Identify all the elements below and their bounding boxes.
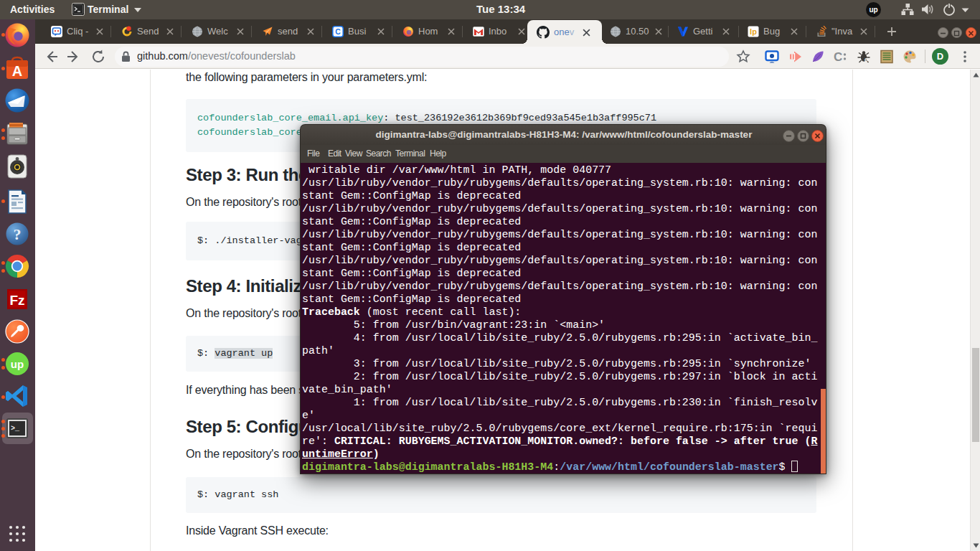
svg-text:lp: lp: [750, 27, 757, 36]
svg-text:>_: >_: [11, 425, 20, 433]
svg-text:A: A: [12, 63, 22, 79]
svg-text:C: C: [834, 50, 842, 64]
svg-text:C: C: [335, 27, 341, 36]
svg-text:c: c: [864, 56, 868, 63]
svg-text:?: ?: [14, 225, 22, 243]
svg-text:Fz: Fz: [9, 293, 24, 308]
svg-text:up: up: [11, 358, 24, 370]
